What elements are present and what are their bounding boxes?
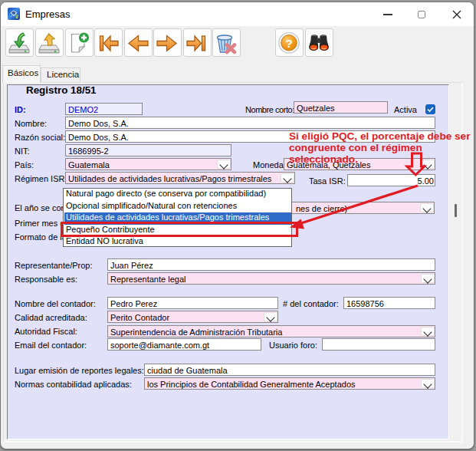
svg-text:?: ? [285,37,292,50]
svg-text:2: 2 [15,13,18,20]
